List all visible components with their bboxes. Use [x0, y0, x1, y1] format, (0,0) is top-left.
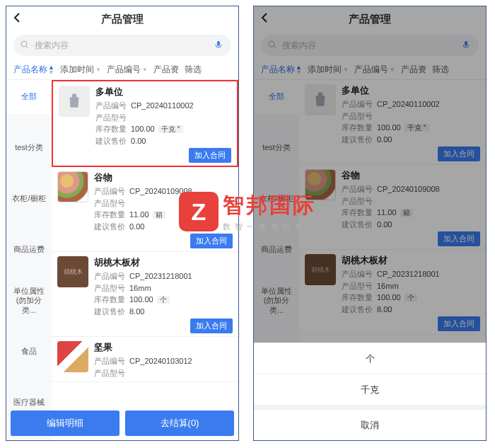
filter-code[interactable]: 产品编号▼	[351, 64, 398, 76]
header: 产品管理	[6, 6, 238, 32]
filter-more[interactable]: 筛选	[182, 64, 204, 76]
filter-bar: 产品名称▲▼ 添加时间▼ 产品编号▼ 产品资 筛选	[6, 60, 238, 80]
product-code: CP_20240110002	[377, 98, 480, 110]
product-name: 谷物	[342, 169, 480, 182]
svg-line-4	[274, 46, 276, 48]
category-item[interactable]: test分类	[6, 131, 52, 165]
category-item[interactable]: 衣柜/橱柜	[6, 182, 52, 216]
category-item[interactable]: 单位属性(勿加分类...	[254, 284, 299, 318]
search-bar[interactable]: 搜索内容	[13, 35, 231, 56]
product-price: 0.00	[377, 134, 480, 146]
edit-detail-button[interactable]: 编辑明细	[11, 410, 120, 436]
sheet-cancel[interactable]: 取消	[254, 409, 486, 440]
mic-icon[interactable]	[462, 40, 472, 51]
search-icon	[268, 40, 278, 51]
category-item[interactable]: test分类	[254, 131, 299, 165]
product-thumb: 胡桃木	[305, 254, 336, 285]
phone-right: 产品管理 搜索内容 产品名称▲▼ 添加时间▼ 产品编号▼ 产品资 筛选 全部te…	[253, 6, 487, 441]
product-code: CP_20240109008	[129, 185, 233, 197]
unit-badge[interactable]: 千克 ˅	[404, 124, 430, 132]
category-item[interactable]: 全部	[254, 80, 299, 114]
product-code: CP_20231218001	[377, 268, 480, 280]
mic-icon[interactable]	[214, 40, 224, 51]
svg-rect-2	[217, 41, 220, 46]
sheet-option-unit1[interactable]: 个	[254, 343, 486, 374]
product-price: 0.00	[129, 221, 233, 233]
product-thumb	[305, 84, 336, 115]
page-title: 产品管理	[254, 13, 486, 26]
category-item[interactable]: 食品	[6, 335, 52, 369]
product-stock: 100.00 千克 ˅	[131, 123, 231, 135]
category-item	[6, 216, 52, 233]
svg-rect-5	[465, 41, 467, 46]
product-stock: 100.00 个	[377, 292, 480, 304]
filter-name[interactable]: 产品名称▲▼	[11, 64, 57, 76]
product-card[interactable]: 胡桃木胡桃木板材 产品编号CP_20231218001 产品型号16mm库存数量…	[299, 250, 486, 335]
filter-code[interactable]: 产品编号▼	[104, 64, 151, 76]
product-card[interactable]: 坚果 产品编号CP_20240103012 产品型号	[52, 337, 238, 382]
sheet-option-unit2[interactable]: 千克	[254, 374, 486, 405]
add-contract-button[interactable]: 加入合同	[438, 316, 480, 331]
svg-point-0	[21, 41, 27, 47]
filter-more[interactable]: 筛选	[429, 64, 452, 76]
category-item[interactable]: 全部	[6, 80, 52, 114]
product-name: 坚果	[94, 341, 233, 354]
product-price: 0.00	[131, 135, 231, 147]
search-icon	[21, 40, 30, 51]
filter-bar: 产品名称▲▼ 添加时间▼ 产品编号▼ 产品资 筛选	[254, 60, 486, 80]
category-item[interactable]: 衣柜/橱柜	[254, 182, 299, 216]
unit-badge: 个	[404, 294, 417, 301]
product-code: CP_20240109008	[377, 183, 480, 195]
product-stock: 11.00 箱	[129, 209, 233, 221]
category-item	[6, 114, 52, 131]
filter-name[interactable]: 产品名称▲▼	[258, 64, 305, 76]
filter-asset[interactable]: 产品资	[398, 64, 429, 76]
product-model	[129, 197, 233, 209]
add-contract-button[interactable]: 加入合同	[438, 231, 480, 246]
product-card[interactable]: 胡桃木胡桃木板材 产品编号CP_20231218001 产品型号16mm库存数量…	[52, 252, 238, 337]
action-sheet: 个 千克 取消	[254, 343, 486, 440]
product-code: CP_20240110002	[131, 100, 231, 112]
svg-line-1	[26, 46, 28, 48]
product-model	[377, 110, 480, 122]
category-item[interactable]: 商品运费	[254, 233, 299, 267]
product-code: CP_20231218001	[129, 270, 233, 282]
product-price: 0.00	[377, 219, 480, 231]
product-model: 16mm	[377, 280, 480, 292]
category-item[interactable]: 商品运费	[6, 233, 52, 267]
add-contract-button[interactable]: 加入合同	[190, 318, 233, 333]
category-item	[254, 216, 299, 233]
product-model: 16mm	[129, 282, 233, 294]
checkout-button[interactable]: 去结算(0)	[125, 410, 234, 436]
product-price: 8.00	[377, 304, 480, 316]
product-model	[131, 112, 231, 124]
unit-badge: 箱	[400, 209, 413, 217]
product-name: 谷物	[94, 171, 233, 184]
filter-asset[interactable]: 产品资	[151, 64, 182, 76]
product-name: 胡桃木板材	[94, 256, 233, 269]
svg-point-3	[269, 41, 274, 47]
product-thumb	[57, 171, 88, 202]
product-model	[377, 195, 480, 207]
category-item	[6, 267, 52, 284]
category-item[interactable]: 单位属性(勿加分类...	[6, 284, 52, 318]
search-bar[interactable]: 搜索内容	[261, 35, 479, 56]
product-card[interactable]: 多单位 产品编号CP_20240110002 产品型号库存数量100.00 千克…	[52, 80, 238, 167]
product-code: CP_20240103012	[129, 355, 233, 367]
product-card[interactable]: 多单位 产品编号CP_20240110002 产品型号库存数量100.00 千克…	[299, 80, 486, 165]
category-item	[6, 165, 52, 182]
category-item	[6, 318, 52, 335]
filter-time[interactable]: 添加时间▼	[57, 64, 104, 76]
add-contract-button[interactable]: 加入合同	[190, 234, 233, 248]
product-stock: 11.00 箱	[377, 207, 480, 219]
add-contract-button[interactable]: 加入合同	[189, 148, 231, 163]
filter-time[interactable]: 添加时间▼	[305, 64, 351, 76]
product-card[interactable]: 谷物 产品编号CP_20240109008 产品型号库存数量11.00 箱建议售…	[299, 165, 486, 250]
product-stock: 100.00 千克 ˅	[377, 122, 480, 134]
product-thumb	[57, 341, 88, 372]
add-contract-button[interactable]: 加入合同	[438, 147, 480, 161]
category-item	[254, 114, 299, 131]
unit-badge[interactable]: 千克 ˅	[158, 125, 184, 133]
phone-left: 产品管理 搜索内容 产品名称▲▼ 添加时间▼ 产品编号▼ 产品资 筛选 全部te…	[6, 6, 239, 441]
product-card[interactable]: 谷物 产品编号CP_20240109008 产品型号库存数量11.00 箱建议售…	[52, 167, 238, 252]
